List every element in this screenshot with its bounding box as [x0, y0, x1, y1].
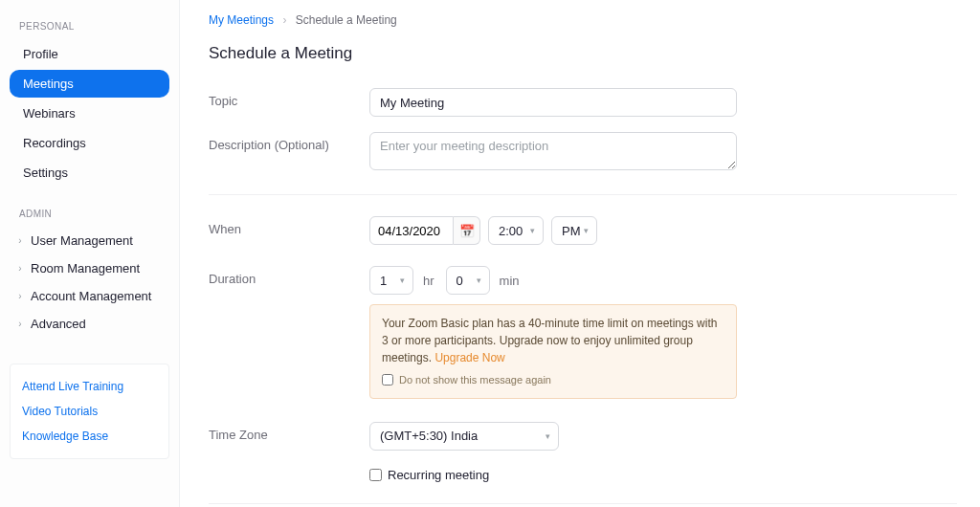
time-select[interactable]: 2:00 ▾ — [488, 216, 544, 245]
label-description: Description (Optional) — [209, 132, 369, 152]
sidebar-item-meetings[interactable]: Meetings — [10, 70, 169, 98]
hours-select[interactable]: 1 ▾ — [369, 266, 413, 295]
sidebar-item-room-management[interactable]: › Room Management — [10, 254, 169, 282]
help-link-training[interactable]: Attend Live Training — [22, 374, 157, 399]
upgrade-link[interactable]: Upgrade Now — [434, 351, 504, 364]
chevron-right-icon: › — [15, 319, 25, 329]
recurring-checkbox[interactable] — [369, 469, 382, 481]
sidebar-item-webinars[interactable]: Webinars — [10, 99, 169, 127]
plan-limit-notice: Your Zoom Basic plan has a 40-minute tim… — [369, 304, 737, 399]
chevron-down-icon: ▾ — [477, 276, 481, 285]
description-input[interactable] — [369, 132, 737, 170]
suppress-label: Do not show this message again — [399, 372, 551, 388]
minutes-unit: min — [500, 274, 520, 288]
label-when: When — [209, 216, 369, 236]
date-picker-button[interactable]: 📅 — [454, 216, 480, 245]
sidebar-item-recordings[interactable]: Recordings — [10, 129, 169, 157]
chevron-down-icon: ▾ — [530, 226, 535, 235]
calendar-icon: 📅 — [459, 224, 475, 238]
row-description: Description (Optional) — [209, 124, 957, 181]
ampm-value: PM — [562, 224, 581, 238]
section-divider — [209, 194, 957, 195]
breadcrumb-current: Schedule a Meeting — [296, 13, 397, 27]
date-input[interactable] — [369, 216, 454, 245]
help-link-tutorials[interactable]: Video Tutorials — [22, 399, 157, 424]
chevron-down-icon: ▾ — [546, 431, 550, 441]
suppress-notice-checkbox[interactable] — [382, 374, 393, 386]
hours-unit: hr — [423, 274, 434, 288]
row-when: When 📅 2:00 ▾ PM ▾ — [209, 209, 957, 253]
chevron-down-icon: ▾ — [584, 226, 589, 235]
minutes-select[interactable]: 0 ▾ — [446, 266, 490, 295]
chevron-down-icon: ▾ — [400, 276, 405, 285]
sidebar-section-personal: PERSONAL — [10, 17, 169, 39]
row-timezone: Time Zone (GMT+5:30) India ▾ Recurring m… — [209, 407, 957, 490]
breadcrumb-parent[interactable]: My Meetings — [209, 13, 274, 27]
minutes-value: 0 — [457, 274, 463, 288]
chevron-right-icon: › — [15, 263, 25, 274]
sidebar-item-label: User Management — [31, 233, 133, 248]
time-value: 2:00 — [499, 224, 523, 238]
help-link-knowledge-base[interactable]: Knowledge Base — [22, 424, 157, 449]
breadcrumb-separator-icon: › — [282, 13, 286, 27]
sidebar-item-user-management[interactable]: › User Management — [10, 227, 169, 254]
sidebar-item-account-management[interactable]: › Account Management — [10, 282, 169, 310]
ampm-select[interactable]: PM ▾ — [551, 216, 597, 245]
chevron-right-icon: › — [15, 235, 25, 246]
sidebar: PERSONAL Profile Meetings Webinars Recor… — [0, 0, 180, 507]
sidebar-item-profile[interactable]: Profile — [10, 40, 169, 68]
notice-text: Your Zoom Basic plan has a 40-minute tim… — [382, 317, 717, 364]
label-timezone: Time Zone — [209, 422, 369, 442]
topic-input[interactable] — [369, 88, 737, 117]
page-title: Schedule a Meeting — [209, 44, 957, 63]
recurring-label: Recurring meeting — [388, 468, 489, 482]
sidebar-item-label: Room Management — [31, 261, 140, 276]
timezone-select[interactable]: (GMT+5:30) India ▾ — [369, 422, 559, 451]
sidebar-item-advanced[interactable]: › Advanced — [10, 310, 169, 338]
sidebar-section-admin: ADMIN — [10, 205, 169, 227]
sidebar-item-label: Account Management — [31, 289, 151, 303]
breadcrumb: My Meetings › Schedule a Meeting — [209, 13, 957, 27]
label-duration: Duration — [209, 266, 369, 286]
row-topic: Topic — [209, 80, 957, 124]
sidebar-item-label: Advanced — [31, 317, 86, 331]
label-topic: Topic — [209, 88, 369, 108]
chevron-right-icon: › — [15, 291, 25, 301]
timezone-value: (GMT+5:30) India — [380, 429, 478, 443]
sidebar-item-settings[interactable]: Settings — [10, 159, 169, 187]
section-divider — [209, 503, 957, 504]
main-content: My Meetings › Schedule a Meeting Schedul… — [180, 0, 980, 507]
hours-value: 1 — [380, 274, 387, 288]
row-duration: Duration 1 ▾ hr 0 ▾ min Your Zoom Basic … — [209, 253, 957, 407]
sidebar-help-box: Attend Live Training Video Tutorials Kno… — [10, 364, 169, 459]
